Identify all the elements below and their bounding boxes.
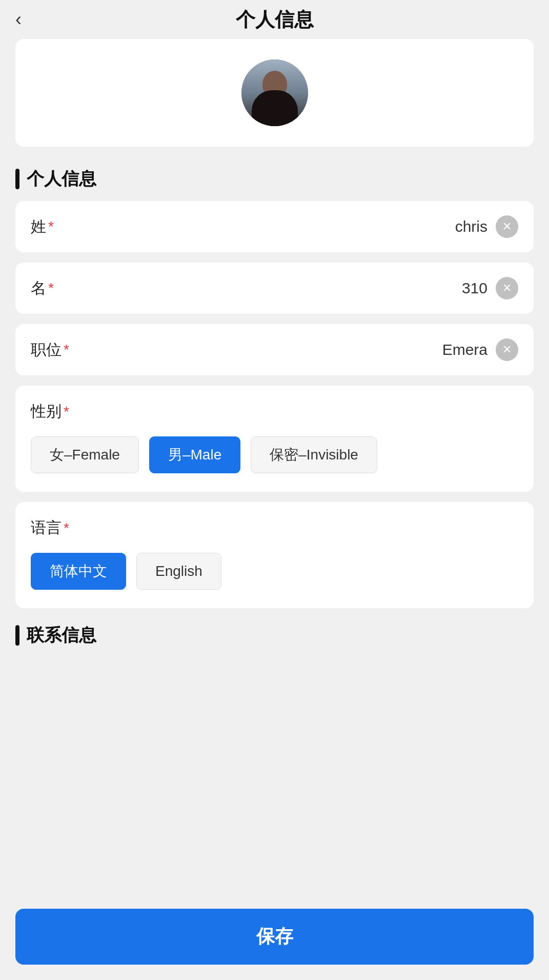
gender-invisible-button[interactable]: 保密–Invisible [251,436,377,473]
language-en-button[interactable]: English [136,553,221,590]
position-value-area: Emera ✕ [442,338,518,361]
last-name-clear-button[interactable]: ✕ [496,215,518,238]
language-zh-button[interactable]: 简体中文 [31,553,126,590]
first-name-value: 310 [462,279,487,297]
language-card: 语言* 简体中文 English [15,502,534,608]
first-name-label: 名* [31,278,54,299]
save-button[interactable]: 保存 [15,909,534,965]
personal-info-section-label: 个人信息 [15,167,534,191]
position-value: Emera [442,341,487,358]
first-name-clear-button[interactable]: ✕ [496,277,518,299]
last-name-field: 姓* chris ✕ [15,201,534,252]
language-options: 简体中文 English [31,553,518,590]
gender-label: 性别* [31,401,518,422]
avatar-card [15,39,534,147]
avatar[interactable] [241,59,308,126]
contact-info-title: 联系信息 [27,624,96,647]
first-name-value-area: 310 ✕ [462,277,518,299]
first-name-field: 名* 310 ✕ [15,263,534,314]
language-label: 语言* [31,517,518,538]
header: ‹ 个人信息 [0,0,549,39]
position-clear-button[interactable]: ✕ [496,338,518,361]
page-title: 个人信息 [236,7,314,33]
gender-female-button[interactable]: 女–Female [31,436,139,473]
contact-section-bar [15,625,19,646]
personal-info-title: 个人信息 [27,167,96,191]
gender-options: 女–Female 男–Male 保密–Invisible [31,436,518,473]
last-name-value: chris [455,218,487,235]
back-button[interactable]: ‹ [10,10,27,29]
last-name-label: 姓* [31,216,54,237]
gender-card: 性别* 女–Female 男–Male 保密–Invisible [15,386,534,492]
position-field: 职位* Emera ✕ [15,324,534,375]
last-name-value-area: chris ✕ [455,215,518,238]
gender-male-button[interactable]: 男–Male [149,436,240,473]
contact-info-section-label: 联系信息 [15,624,534,647]
position-label: 职位* [31,339,69,361]
section-bar [15,169,19,189]
